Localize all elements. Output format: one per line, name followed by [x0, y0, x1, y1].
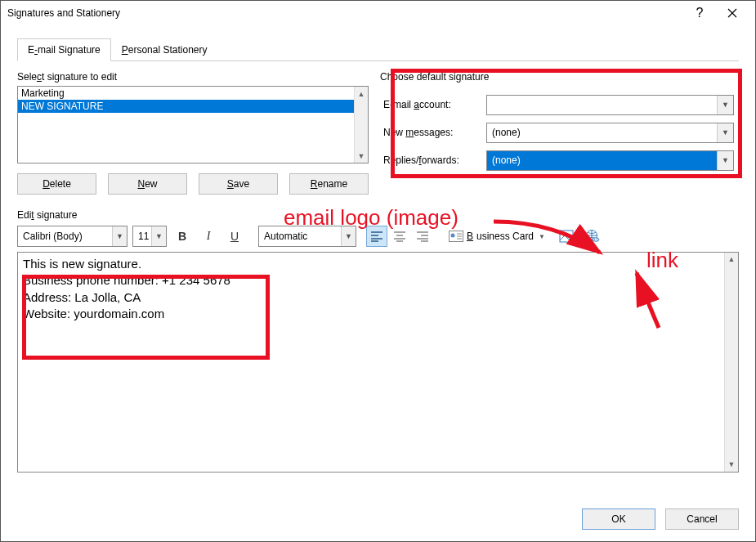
dropdown-icon[interactable]: ▼: [717, 123, 733, 142]
scroll-down-icon[interactable]: ▼: [355, 149, 368, 163]
align-center-button[interactable]: [389, 226, 410, 247]
business-card-icon: [449, 231, 463, 242]
email-account-combo[interactable]: ▼: [486, 95, 734, 115]
align-left-button[interactable]: [366, 226, 387, 247]
font-color-combo[interactable]: Automatic▼: [258, 226, 356, 247]
underline-button[interactable]: U: [224, 226, 245, 247]
ok-button[interactable]: OK: [582, 508, 655, 530]
signature-item-new[interactable]: NEW SIGNATURE: [18, 100, 368, 113]
editor-line: Website: yourdomain.com: [23, 306, 733, 322]
titlebar: Signatures and Stationery ?: [1, 1, 755, 25]
editor-line: Business phone number: +1 234 5678: [23, 272, 733, 289]
dropdown-icon[interactable]: ▼: [717, 96, 733, 114]
editor-line: Address: La Jolla, CA: [23, 289, 733, 306]
bold-button[interactable]: B: [172, 226, 193, 247]
siglist-scrollbar[interactable]: ▲ ▼: [354, 87, 368, 163]
svg-point-5: [593, 238, 599, 241]
svg-point-7: [597, 239, 598, 240]
delete-button[interactable]: Delete: [17, 173, 96, 195]
tab-personal-stationery[interactable]: Personal Stationery: [111, 38, 218, 61]
dropdown-icon[interactable]: ▼: [539, 233, 545, 240]
choose-default-label: Choose default signature: [380, 71, 739, 83]
signature-list[interactable]: Marketing NEW SIGNATURE ▲ ▼: [17, 86, 369, 163]
save-button[interactable]: Save: [199, 173, 278, 195]
replies-forwards-label: Replies/forwards:: [380, 155, 486, 166]
new-messages-label: New messages:: [380, 127, 486, 138]
select-signature-label: Select signature to edit: [17, 71, 369, 83]
svg-point-1: [451, 234, 455, 238]
dropdown-icon[interactable]: ▼: [717, 151, 733, 170]
svg-point-6: [594, 239, 596, 240]
dialog-title: Signatures and Stationery: [7, 7, 683, 19]
new-messages-combo[interactable]: (none) ▼: [486, 123, 734, 143]
editor-scrollbar[interactable]: ▲ ▼: [724, 253, 738, 472]
close-button[interactable]: [716, 2, 749, 25]
svg-rect-2: [560, 231, 573, 242]
image-icon: [559, 230, 574, 243]
globe-link-icon: [585, 229, 600, 244]
tab-strip: E-mail Signature Personal Stationery: [17, 38, 739, 61]
new-button[interactable]: New: [108, 173, 187, 195]
align-right-button[interactable]: [412, 226, 433, 247]
signature-editor[interactable]: This is new signature. Business phone nu…: [17, 252, 739, 473]
editor-line: This is new signature.: [23, 256, 733, 272]
business-card-button[interactable]: Business Card ▼: [443, 226, 551, 247]
signature-item-marketing[interactable]: Marketing: [18, 87, 368, 100]
email-account-label: E-mail account:: [380, 99, 486, 110]
font-combo[interactable]: Calibri (Body)▼: [17, 226, 127, 247]
scroll-up-icon[interactable]: ▲: [725, 253, 738, 267]
scroll-down-icon[interactable]: ▼: [725, 458, 738, 472]
dialog-buttons: OK Cancel: [582, 508, 739, 530]
format-toolbar: Calibri (Body)▼ 11▼ B I U Automatic▼ Bus…: [17, 224, 739, 249]
dropdown-icon[interactable]: ▼: [112, 226, 127, 246]
dropdown-icon[interactable]: ▼: [151, 226, 166, 246]
tab-email-signature[interactable]: E-mail Signature: [17, 38, 111, 61]
replies-forwards-combo[interactable]: (none) ▼: [486, 150, 734, 171]
choose-default-signature-group: Choose default signature E-mail account:…: [375, 61, 739, 195]
dropdown-icon[interactable]: ▼: [341, 226, 356, 246]
font-size-combo[interactable]: 11▼: [132, 226, 167, 247]
insert-hyperlink-button[interactable]: [582, 226, 603, 247]
help-button[interactable]: ?: [683, 2, 716, 25]
rename-button[interactable]: Rename: [289, 173, 369, 195]
scroll-up-icon[interactable]: ▲: [355, 87, 368, 101]
cancel-button[interactable]: Cancel: [665, 508, 739, 530]
dialog-window: Signatures and Stationery ? E-mail Signa…: [0, 0, 756, 542]
insert-image-button[interactable]: [556, 226, 577, 247]
edit-signature-label: Edit signature: [17, 209, 739, 221]
italic-button[interactable]: I: [198, 226, 219, 247]
